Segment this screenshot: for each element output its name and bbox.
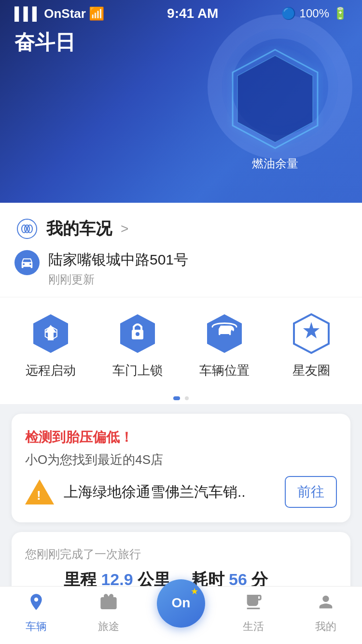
tab-life[interactable]: 生活 <box>217 592 290 634</box>
action-star-circle[interactable]: 星友圈 <box>270 312 352 379</box>
alert-subtitle: 小O为您找到最近的4S店 <box>25 451 337 468</box>
fuel-indicator: 燃油余量 <box>217 43 333 174</box>
car-location-icon <box>203 312 246 355</box>
hex-svg <box>227 46 323 152</box>
fuel-label: 燃油余量 <box>252 156 298 171</box>
buick-logo <box>14 216 40 241</box>
mine-icon <box>316 592 335 616</box>
location-icon <box>14 250 40 275</box>
trip-subtitle: 您刚刚完成了一次旅行 <box>25 546 337 562</box>
tab-vehicle[interactable]: 车辆 <box>0 592 72 634</box>
quick-actions-section: ⬡ 远程启动 车门上锁 <box>0 297 362 389</box>
location-text: 陆家嘴银城中路501号 刚刚更新 <box>48 250 348 287</box>
alert-body: ! 上海绿地徐通雪佛兰汽车销.. 前往 <box>25 476 337 508</box>
action-door-lock[interactable]: 车门上锁 <box>97 312 179 379</box>
car-status-section: 我的车况 > 陆家嘴银城中路501号 刚刚更新 <box>0 203 362 297</box>
svg-marker-13 <box>303 322 320 338</box>
onstar-button[interactable]: ★ On <box>157 579 205 628</box>
shop-name: 上海绿地徐通雪佛兰汽车销.. <box>64 482 275 502</box>
warning-triangle: ! <box>25 479 54 504</box>
car-location-label: 车辆位置 <box>199 362 250 379</box>
warning-icon: ! <box>25 477 54 506</box>
status-battery: 🔵 100% 🔋 <box>281 7 348 20</box>
buick-logo-svg <box>16 218 38 239</box>
tab-mine[interactable]: 我的 <box>290 592 362 634</box>
svg-point-10 <box>136 332 139 336</box>
action-car-location[interactable]: 车辆位置 <box>183 312 265 379</box>
status-time: 9:41 AM <box>167 6 218 21</box>
remote-start-icon: ⬡ <box>29 312 72 355</box>
car-status-title: 我的车况 <box>46 218 112 240</box>
dot-active <box>173 396 180 400</box>
svg-marker-1 <box>237 56 313 142</box>
vehicle-icon <box>27 592 46 616</box>
tab-onstar[interactable]: ★ On <box>145 579 217 628</box>
door-lock-label: 车门上锁 <box>112 362 163 379</box>
tab-trip[interactable]: 旅途 <box>72 592 145 634</box>
page-dots <box>0 389 362 404</box>
life-label: 生活 <box>243 619 264 634</box>
goto-button[interactable]: 前往 <box>285 476 337 508</box>
tab-bar: 车辆 旅途 ★ On 生活 我的 <box>0 586 362 644</box>
status-bar: ▌▌▌ OnStar 📶 9:41 AM 🔵 100% 🔋 <box>0 0 362 25</box>
location-address: 陆家嘴银城中路501号 <box>48 250 348 270</box>
trip-label: 旅途 <box>98 619 119 634</box>
alert-card: 检测到胎压偏低！ 小O为您找到最近的4S店 ! 上海绿地徐通雪佛兰汽车销.. 前… <box>12 414 350 522</box>
life-icon <box>244 592 263 616</box>
onstar-label: On <box>172 596 191 611</box>
remote-start-label: 远程启动 <box>26 362 76 379</box>
trip-icon <box>99 592 118 616</box>
car-status-header[interactable]: 我的车况 > <box>14 216 348 241</box>
door-lock-icon <box>116 312 159 355</box>
vehicle-label: 车辆 <box>26 619 47 634</box>
alert-title: 检测到胎压偏低！ <box>25 428 337 447</box>
star-circle-icon <box>290 312 333 355</box>
dot-inactive <box>185 396 189 400</box>
star-circle-label: 星友圈 <box>292 362 330 379</box>
action-remote-start[interactable]: ⬡ 远程启动 <box>10 312 92 379</box>
page-title: 奋斗日 <box>14 29 75 56</box>
location-updated: 刚刚更新 <box>48 272 348 287</box>
car-icon-svg <box>20 255 34 270</box>
location-row: 陆家嘴银城中路501号 刚刚更新 <box>14 250 348 287</box>
car-status-arrow: > <box>121 221 128 237</box>
hex-shape <box>227 46 323 152</box>
onstar-star: ★ <box>191 586 198 597</box>
mine-label: 我的 <box>315 619 336 634</box>
actions-grid: ⬡ 远程启动 车门上锁 <box>10 312 352 379</box>
hero-section: 奋斗日 燃油余量 <box>0 0 362 203</box>
status-carrier: ▌▌▌ OnStar 📶 <box>14 6 104 21</box>
